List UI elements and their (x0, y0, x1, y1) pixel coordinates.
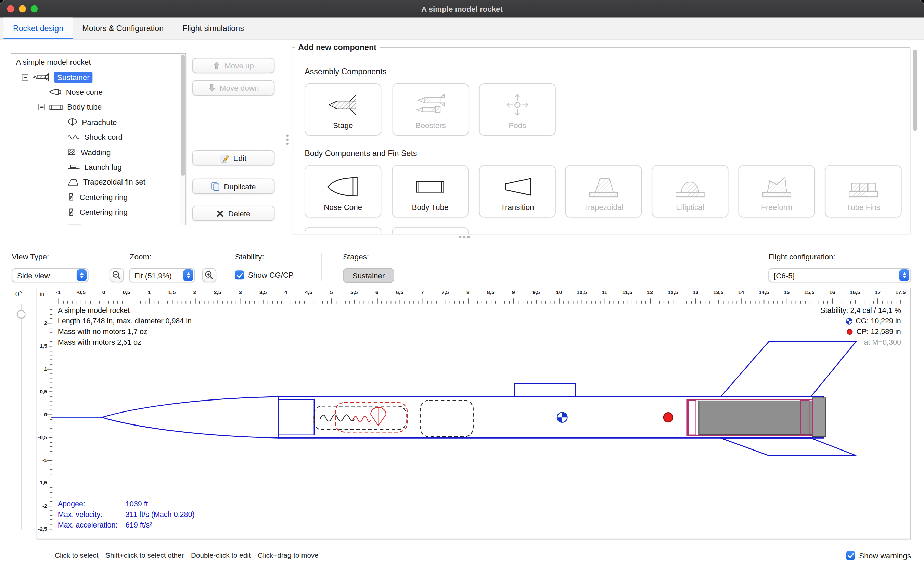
zoom-in-button[interactable] (202, 268, 216, 282)
stability-label: Stability: (235, 252, 264, 261)
zoom-out-button[interactable] (109, 268, 123, 282)
tree-item-parachute[interactable]: Parachute (11, 115, 186, 130)
delete-label: Delete (228, 209, 251, 218)
parachute-icon (67, 118, 78, 126)
zoom-window-button[interactable] (31, 5, 38, 12)
show-warnings-checkbox[interactable] (846, 551, 855, 560)
status-bar: Click to select Shift+click to select ot… (0, 540, 924, 571)
tree-item-label: Launch lug (84, 163, 122, 171)
cp-icon (846, 328, 853, 335)
flight-configuration-value: [C6-5] (769, 271, 899, 280)
freeform-fin-icon (759, 174, 794, 200)
vertical-splitter-handle[interactable] (286, 134, 288, 145)
wadding-icon (67, 148, 77, 156)
launch-lug-shape[interactable] (514, 384, 575, 397)
tree-item-nose-cone[interactable]: Nose cone (11, 85, 186, 100)
stability-value: Stability: 2,4 cal / 14,1 % (820, 306, 901, 316)
zoom-select[interactable]: Fit (51,9%) (129, 268, 195, 282)
tree-item-root[interactable]: A simple model rocket (11, 55, 186, 70)
rocket-info-block: A simple model rocket Length 16,748 in, … (58, 306, 192, 348)
tube-fins-label: Tube Fins (846, 203, 880, 211)
add-panel-scrollbar[interactable] (913, 49, 918, 232)
titlebar: A simple model rocket (0, 0, 924, 18)
body-tube-label: Body Tube (412, 203, 449, 211)
window-controls (7, 5, 38, 12)
hint-click-select: Click to select (55, 551, 98, 559)
tree-item-sustainer[interactable]: Sustainer (11, 70, 186, 85)
fin-upper-shape[interactable] (721, 341, 856, 397)
tree-item-centering-ring-2[interactable]: Centering ring (11, 204, 186, 219)
apogee-label: Apogee: (58, 499, 126, 509)
add-elliptical-button[interactable]: Elliptical (651, 165, 728, 218)
tree-item-label: Body tube (67, 103, 102, 112)
rotation-slider-track[interactable] (20, 304, 22, 529)
rocket-view-canvas[interactable]: in -1-0,500,511,522,533,544,555,566,577,… (37, 287, 911, 539)
stage-sustainer-toggle[interactable]: Sustainer (343, 268, 394, 283)
tree-item-partial[interactable] (11, 219, 186, 225)
inner-tube-icon (67, 224, 81, 225)
tab-motors-configuration[interactable]: Motors & Configuration (73, 18, 173, 40)
tree-item-centering-ring-1[interactable]: Centering ring (11, 190, 186, 205)
edit-button[interactable]: Edit (192, 150, 274, 166)
motor-shape[interactable] (699, 401, 812, 434)
tube-fins-icon (845, 174, 881, 200)
add-panel-scrollbar-thumb[interactable] (913, 49, 918, 131)
tree-scrollbar[interactable] (180, 54, 185, 225)
collapse-toggle-icon[interactable] (38, 104, 45, 111)
tree-item-wadding[interactable]: Wadding (11, 145, 186, 159)
add-nose-cone-button[interactable]: Nose Cone (305, 165, 381, 218)
add-transition-button[interactable]: Transition (479, 165, 556, 218)
move-down-button[interactable]: Move down (192, 80, 274, 96)
tree-item-label: Centering ring (79, 193, 128, 202)
add-tube-fins-button[interactable]: Tube Fins (825, 165, 902, 218)
tab-rocket-design[interactable]: Rocket design (3, 18, 72, 40)
duplicate-label: Duplicate (224, 182, 256, 191)
fin-lower-shape[interactable] (721, 438, 856, 456)
motor-aft-shape[interactable] (813, 398, 826, 437)
move-up-button[interactable]: Move up (192, 58, 274, 73)
screen: A simple model rocket Rocket design Moto… (0, 0, 924, 571)
rotation-slider-knob[interactable] (17, 310, 25, 318)
add-component-button-partial[interactable] (392, 227, 468, 235)
add-boosters-button[interactable]: Boosters (393, 83, 469, 136)
add-trapezoidal-button[interactable]: Trapezoidal (565, 165, 642, 218)
velocity-label: Max. velocity: (58, 509, 126, 520)
window-title: A simple model rocket (421, 5, 503, 13)
cg-value: CG: 10,229 in (856, 317, 901, 325)
horizontal-splitter-handle[interactable] (459, 236, 469, 238)
tree-item-body-tube[interactable]: Body tube (11, 100, 186, 115)
tree-item-trapezoidal-fin-set[interactable]: Trapezoidal fin set (11, 174, 186, 190)
tree-item-shock-cord[interactable]: Shock cord (11, 130, 186, 145)
tree-scrollbar-thumb[interactable] (181, 55, 185, 176)
interaction-hints: Click to select Shift+click to select ot… (0, 551, 319, 559)
minimize-window-button[interactable] (19, 5, 26, 12)
show-cgcp-checkbox[interactable] (235, 270, 244, 279)
add-body-tube-button[interactable]: Body Tube (392, 165, 468, 218)
add-component-panel: Assembly Components Stage Boosters (291, 47, 910, 235)
duplicate-button[interactable]: Duplicate (192, 179, 274, 194)
assembly-components-label: Assembly Components (305, 67, 387, 76)
flight-data-block: Apogee:1039 ft Max. velocity:311 ft/s (M… (58, 499, 195, 531)
add-stage-button[interactable]: Stage (305, 83, 381, 136)
velocity-value: 311 ft/s (Mach 0,280) (126, 509, 195, 520)
delete-x-icon (216, 210, 224, 217)
close-window-button[interactable] (7, 5, 14, 12)
nose-cone-icon (49, 89, 62, 96)
tree-item-label: Shock cord (84, 133, 123, 142)
add-component-button-partial[interactable] (305, 227, 381, 235)
view-type-select[interactable]: Side view (12, 268, 88, 282)
mach-value: at M=0,300 (820, 337, 901, 348)
add-component-title: Add new component (295, 43, 379, 52)
show-warnings-label: Show warnings (859, 551, 911, 560)
add-pods-button[interactable]: Pods (479, 83, 556, 136)
tree-item-launch-lug[interactable]: Launch lug (11, 159, 186, 174)
delete-button[interactable]: Delete (192, 206, 274, 221)
tab-flight-simulations[interactable]: Flight simulations (173, 18, 254, 40)
flight-configuration-select[interactable]: [C6-5] (768, 268, 911, 282)
acceleration-label: Max. acceleration: (58, 520, 126, 531)
add-freeform-button[interactable]: Freeform (739, 165, 815, 218)
collapse-toggle-icon[interactable] (22, 74, 28, 80)
nose-cone-shape[interactable] (102, 397, 279, 438)
tree-root-label: A simple model rocket (16, 58, 91, 67)
tab-bar: Rocket design Motors & Configuration Fli… (0, 18, 924, 40)
